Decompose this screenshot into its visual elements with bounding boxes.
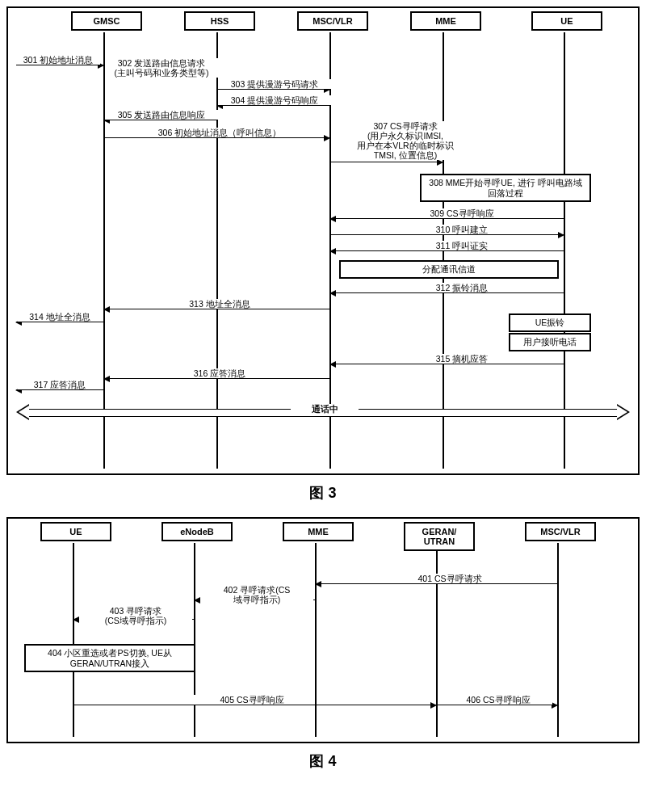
- fig3-label-302: 302 发送路由信息请求 (主叫号码和业务类型等): [105, 58, 218, 78]
- fig3-label-304: 304 提供漫游号码响应: [218, 95, 331, 105]
- fig4-lifeline-enodeb: [194, 543, 195, 737]
- fig3-label-314: 314 地址全消息: [18, 312, 102, 322]
- fig3-arrow-312: [330, 292, 564, 293]
- fig3-label-317: 317 应答消息: [18, 380, 102, 389]
- fig4-arrow-406: [437, 705, 557, 705]
- fig3-actor-gmsc: GMSC: [71, 11, 142, 31]
- fig3-arrow-311: [330, 250, 564, 251]
- fig4-actor-enodeb: eNodeB: [162, 522, 233, 541]
- fig4-actor-mscvlr: MSC/VLR: [525, 522, 596, 541]
- fig3-label-303: 303 提供漫游号码请求: [218, 79, 331, 89]
- fig3-arrow-316: [104, 378, 329, 379]
- fig3-block-ue-answer: 用户接听电话: [509, 333, 591, 351]
- fig4-label-406: 406 CS寻呼响应: [444, 695, 552, 705]
- fig4-caption: 图 4: [6, 751, 640, 771]
- fig3-lifeline-gmsc: [103, 32, 105, 469]
- fig3-actor-hss: HSS: [184, 11, 255, 31]
- fig3-arrow-314: [16, 322, 103, 322]
- fig3-arrow-307: [330, 162, 443, 162]
- fig3-caption: 图 3: [6, 483, 640, 503]
- fig3-actor-mscvlr: MSC/VLR: [297, 11, 368, 31]
- fig3-label-310: 310 呼叫建立: [412, 225, 512, 234]
- fig4-label-405: 405 CS寻呼响应: [194, 695, 310, 705]
- fig3-label-301: 301 初始地址消息: [16, 55, 100, 65]
- fig3-arrow-317: [16, 389, 103, 390]
- fig3-arrow-304: [217, 105, 329, 106]
- fig3-arrow-309: [330, 218, 564, 219]
- fig3-label-312: 312 振铃消息: [412, 283, 512, 292]
- fig4-label-403: 403 寻呼请求 (CS域寻呼指示): [79, 606, 192, 625]
- fig3-arrow-313: [104, 309, 329, 309]
- fig3-label-305: 305 发送路由信息响应: [105, 110, 218, 120]
- fig4-sequence-diagram: UE eNodeB MME GERAN/ UTRAN MSC/VLR 401 C…: [6, 517, 640, 743]
- fig3-arrow-315: [330, 364, 564, 364]
- fig3-label-315: 315 摘机应答: [412, 354, 512, 364]
- fig3-lifeline-ue: [564, 32, 565, 469]
- fig3-block-308: 308 MME开始寻呼UE, 进行 呼叫电路域回落过程: [420, 174, 591, 202]
- fig3-arrow-303: [217, 89, 329, 90]
- fig3-label-309: 309 CS寻呼响应: [412, 208, 512, 218]
- fig3-arrow-305: [104, 120, 216, 120]
- fig3-arrow-310: [330, 234, 564, 235]
- fig3-actor-mme: MME: [410, 11, 481, 31]
- fig4-block-404: 404 小区重选或者PS切换, UE从 GERAN/UTRAN接入: [24, 644, 195, 672]
- fig3-arrow-306: [104, 137, 329, 138]
- fig3-block-channel: 分配通讯信道: [339, 260, 559, 279]
- fig4-arrow-401: [316, 583, 557, 584]
- fig4-label-402: 402 寻呼请求(CS 域寻呼指示): [200, 585, 313, 604]
- fig3-label-316: 316 应答消息: [170, 368, 270, 378]
- fig3-actor-ue: UE: [531, 11, 602, 31]
- fig4-lifeline-ue: [73, 543, 74, 737]
- fig4-lifeline-mme: [315, 543, 317, 737]
- fig3-label-307: 307 CS寻呼请求 (用户永久标识IMSI, 用户在本VLR的临时标识 TMS…: [335, 121, 476, 160]
- fig3-block-ue-ring: UE振铃: [509, 313, 591, 332]
- fig4-label-401: 401 CS寻呼请求: [388, 574, 512, 583]
- fig3-label-311: 311 呼叫证实: [412, 241, 512, 250]
- fig3-label-313: 313 地址全消息: [170, 299, 270, 309]
- fig3-sequence-diagram: GMSC HSS MSC/VLR MME UE 301 初始地址消息 302 发…: [6, 6, 640, 475]
- fig4-actor-ue: UE: [40, 522, 111, 541]
- fig3-arrow-301: [16, 65, 103, 65]
- fig4-actor-geran: GERAN/ UTRAN: [404, 522, 475, 551]
- fig4-arrow-405: [73, 705, 436, 705]
- fig3-label-306: 306 初始地址消息（呼叫信息）: [137, 128, 302, 137]
- fig3-label-talking: 通话中: [291, 404, 359, 414]
- fig4-actor-mme: MME: [283, 522, 354, 541]
